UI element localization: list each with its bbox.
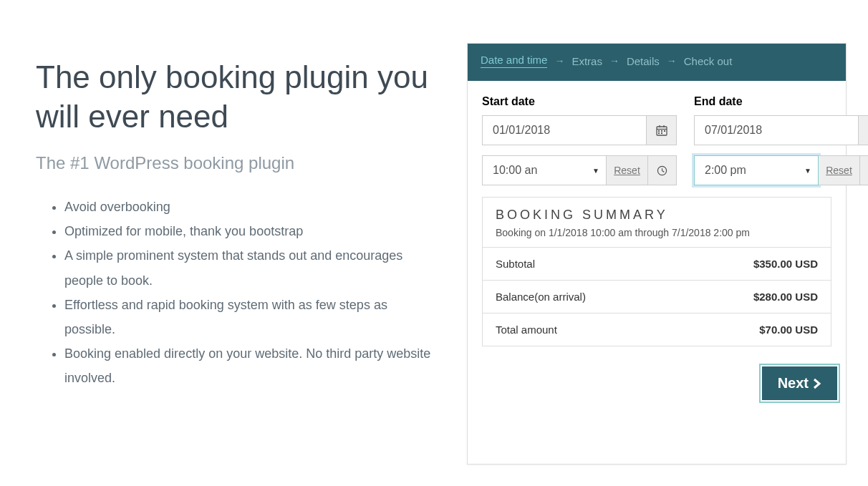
list-item: Optimized for mobile, thank you bootstra… — [64, 219, 438, 243]
summary-amount: $350.00 USD — [753, 258, 818, 270]
clock-icon[interactable] — [648, 155, 677, 185]
svg-line-11 — [662, 170, 665, 172]
end-date-label: End date — [694, 95, 868, 108]
arrow-icon: → — [554, 55, 564, 67]
summary-label: Balance(on arrival) — [496, 291, 586, 303]
svg-rect-8 — [661, 132, 662, 134]
start-time-value: 10:00 an — [483, 156, 586, 185]
feature-list: Avoid overbooking Optimized for mobile, … — [36, 195, 438, 391]
chevron-down-icon: ▼ — [798, 156, 818, 185]
start-time-reset[interactable]: Reset — [607, 155, 648, 185]
step-extras[interactable]: Extras — [572, 55, 602, 67]
arrow-icon: → — [609, 55, 619, 67]
chevron-down-icon: ▼ — [586, 156, 606, 185]
end-time-reset[interactable]: Reset — [819, 155, 860, 185]
start-date-input[interactable] — [483, 116, 646, 145]
start-time-select[interactable]: 10:00 an ▼ — [482, 155, 607, 185]
calendar-icon[interactable] — [858, 116, 868, 145]
summary-amount: $70.00 USD — [759, 324, 818, 336]
hero-title: The only booking plugin you will ever ne… — [36, 57, 438, 136]
step-check-out[interactable]: Check out — [684, 55, 733, 67]
step-date-and-time[interactable]: Date and time — [481, 54, 547, 68]
list-item: Avoid overbooking — [64, 195, 438, 219]
end-time-value: 2:00 pm — [695, 156, 798, 185]
svg-rect-7 — [658, 132, 660, 134]
svg-rect-6 — [664, 130, 665, 132]
summary-title: BOOKING SUMMARY — [496, 208, 818, 223]
start-date-label: Start date — [482, 95, 677, 108]
booking-widget: Date and time → Extras → Details → Check… — [467, 43, 847, 465]
summary-amount: $280.00 USD — [753, 291, 818, 303]
start-date-field[interactable] — [482, 115, 677, 145]
list-item: Effortless and rapid booking system with… — [64, 293, 438, 341]
next-button[interactable]: Next — [762, 366, 837, 400]
booking-summary: BOOKING SUMMARY Booking on 1/1/2018 10:0… — [482, 197, 831, 346]
step-details[interactable]: Details — [627, 55, 660, 67]
clock-icon[interactable] — [860, 155, 868, 185]
summary-label: Total amount — [496, 324, 557, 336]
end-date-input[interactable] — [695, 116, 858, 145]
next-button-label: Next — [778, 375, 809, 392]
end-date-field[interactable] — [694, 115, 868, 145]
summary-label: Subtotal — [496, 258, 535, 270]
arrow-icon: → — [667, 55, 677, 67]
end-time-select[interactable]: 2:00 pm ▼ — [694, 155, 819, 185]
svg-rect-5 — [661, 130, 662, 132]
summary-row-subtotal: Subtotal $350.00 USD — [483, 248, 831, 281]
step-bar: Date and time → Extras → Details → Check… — [468, 44, 846, 81]
summary-row-balance: Balance(on arrival) $280.00 USD — [483, 281, 831, 314]
summary-row-total: Total amount $70.00 USD — [483, 314, 831, 346]
chevron-right-icon — [813, 378, 821, 389]
hero-subtitle: The #1 WordPress booking plugin — [36, 153, 438, 173]
list-item: Booking enabled directly on your website… — [64, 341, 438, 390]
summary-subtitle: Booking on 1/1/2018 10:00 am through 7/1… — [496, 227, 818, 238]
svg-rect-4 — [658, 130, 660, 132]
calendar-icon[interactable] — [646, 116, 676, 145]
list-item: A simple prominent system that stands ou… — [64, 243, 438, 292]
